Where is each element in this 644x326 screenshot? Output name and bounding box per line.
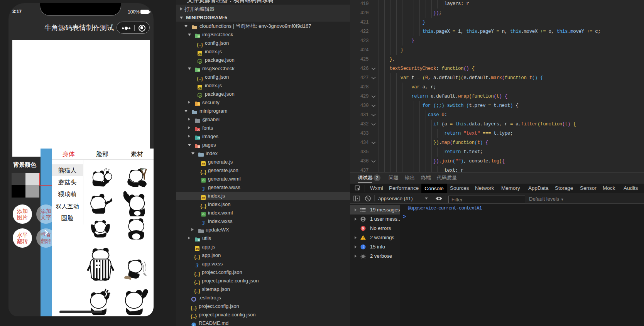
svg-text:{..}: {..}	[197, 76, 203, 81]
svg-text:3: 3	[202, 220, 205, 226]
svg-text:{..}: {..}	[194, 288, 200, 294]
svg-text:p: p	[199, 94, 201, 97]
svg-text:JS: JS	[198, 86, 202, 90]
svg-text:3: 3	[202, 186, 205, 192]
svg-text:{..}: {..}	[194, 271, 200, 277]
svg-text:{..}: {..}	[200, 169, 206, 175]
svg-text:{..}: {..}	[200, 203, 206, 209]
svg-text:JS: JS	[198, 52, 202, 56]
svg-text:JS: JS	[202, 162, 205, 166]
svg-text:{..}: {..}	[191, 305, 197, 311]
svg-text:{..}: {..}	[197, 42, 203, 47]
svg-text:{..}: {..}	[194, 254, 200, 260]
svg-text:{..}: {..}	[194, 280, 200, 285]
svg-text:p: p	[199, 60, 201, 63]
svg-text:JS: JS	[196, 247, 199, 251]
svg-text:{..}: {..}	[191, 314, 197, 319]
svg-text:3: 3	[196, 263, 199, 269]
svg-text:A: A	[198, 128, 200, 132]
svg-text:JS: JS	[202, 196, 205, 200]
